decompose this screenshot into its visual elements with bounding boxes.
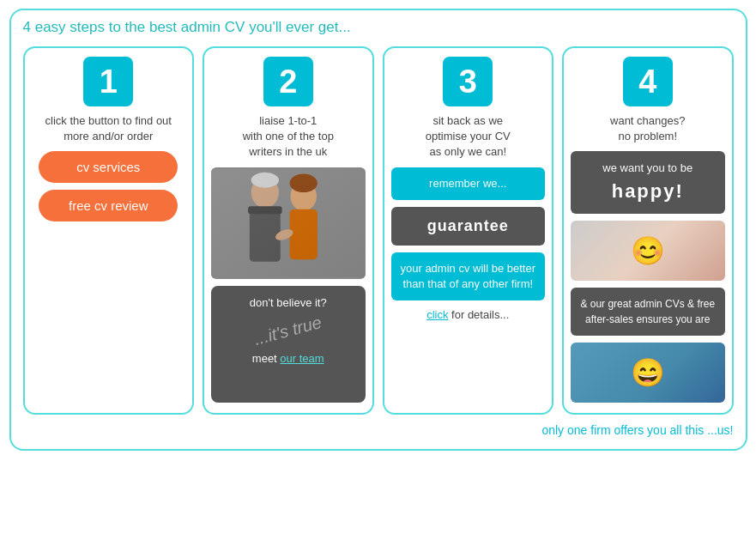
step1-number: 1	[83, 57, 133, 106]
we-want-text: we want you to be	[578, 160, 718, 177]
svg-rect-9	[211, 169, 366, 277]
happy-box: we want you to be happy!	[571, 151, 725, 214]
man-photo	[571, 343, 725, 403]
col2-dark-box: don't believe it? ...it's true meet our …	[211, 286, 366, 403]
page-wrapper: 4 easy steps to the best admin CV you'll…	[9, 9, 747, 451]
dont-believe-text: don't believe it?	[218, 294, 359, 312]
bottom-text: only one firm offers you all this ...us!	[23, 423, 734, 437]
free-cv-review-button[interactable]: free cv review	[39, 190, 178, 221]
remember-box: remember we...	[391, 167, 546, 200]
man-photo-inner	[571, 343, 725, 403]
woman-photo-inner	[571, 221, 725, 281]
col1-desc: click the button to find out more and/or…	[32, 113, 186, 144]
step3-number: 3	[443, 57, 493, 106]
col4: 4 want changes?no problem! we want you t…	[562, 46, 734, 415]
col3: 3 sit back as weoptimise your CVas only …	[383, 46, 554, 415]
col3-desc: sit back as weoptimise your CVas only we…	[426, 113, 511, 161]
promise-box: your admin cv will be better than that o…	[391, 252, 546, 300]
col2: 2 liaise 1-to-1with one of the topwriter…	[203, 46, 374, 415]
cv-services-button[interactable]: cv services	[39, 151, 178, 183]
click-details: click for details...	[426, 307, 509, 323]
ensures-box: & our great admin CVs & free after-sales…	[571, 288, 725, 336]
people-svg	[211, 167, 366, 279]
step2-number: 2	[263, 57, 313, 106]
col1: 1 click the button to find out more and/…	[23, 46, 195, 415]
its-true-text: ...it's true	[251, 309, 325, 352]
our-team-link[interactable]: our team	[280, 352, 324, 365]
col4-desc: want changes?no problem!	[610, 113, 685, 144]
woman-photo	[571, 221, 725, 281]
col2-desc: liaise 1-to-1with one of the topwriters …	[243, 113, 334, 161]
meet-team-text: meet our team	[218, 350, 359, 367]
columns: 1 click the button to find out more and/…	[23, 46, 734, 415]
col2-people-image	[211, 167, 366, 279]
top-heading: 4 easy steps to the best admin CV you'll…	[23, 19, 734, 36]
guarantee-box: guarantee	[391, 207, 546, 246]
happy-text: happy!	[578, 177, 718, 205]
click-link[interactable]: click	[426, 308, 448, 321]
step4-number: 4	[623, 57, 673, 106]
